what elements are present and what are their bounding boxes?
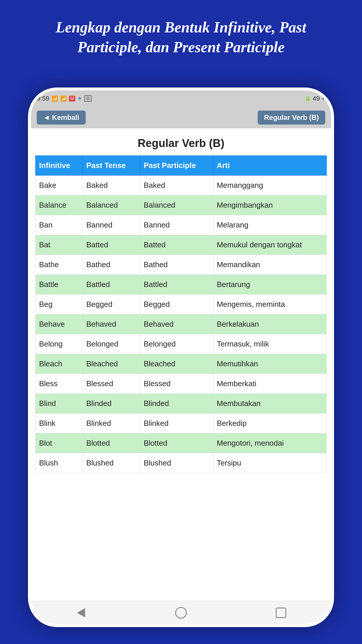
table-cell: Mengimbangkan [213, 195, 326, 215]
table-cell: Begged [82, 295, 140, 314]
table-cell: Bleached [82, 354, 140, 374]
header-section: Lengkap dengan Bentuk Infinitive, Past P… [0, 0, 362, 71]
table-cell: Blotted [82, 433, 140, 453]
table-cell: Blessed [140, 374, 213, 394]
col-header-past-tense: Past Tense [82, 156, 140, 176]
table-cell: Behaved [82, 314, 140, 334]
table-cell: Bertarung [213, 275, 326, 295]
table-cell: Baked [140, 176, 213, 195]
table-cell: Battled [140, 275, 213, 295]
table-cell: Blotted [140, 433, 213, 453]
table-cell: Behave [36, 314, 83, 334]
table-cell: Berkedip [213, 414, 326, 433]
table-cell: Memberkati [213, 374, 326, 394]
table-cell: Behaved [140, 314, 213, 334]
table-cell: Balanced [82, 195, 140, 215]
table-cell: Blink [36, 414, 83, 433]
table-cell: Banned [82, 215, 140, 235]
table-row: BatheBathedBathedMemandikan [36, 255, 327, 275]
nav-back-button[interactable] [74, 606, 88, 620]
signal-icon1: 📶 [52, 95, 58, 102]
table-cell: Balance [36, 195, 83, 215]
table-cell: Memanggang [213, 176, 326, 195]
table-cell: Banned [140, 215, 213, 235]
col-header-past-participle: Past Participle [140, 156, 213, 176]
table-cell: Membutakan [213, 394, 326, 414]
table-cell: Bleached [140, 354, 213, 374]
table-cell: Bat [36, 235, 83, 255]
table-cell: Melarang [213, 215, 326, 235]
table-cell: Belong [36, 334, 83, 354]
nav-recent-button[interactable] [274, 606, 288, 620]
table-cell: Balanced [140, 195, 213, 215]
table-row: BelongBelongedBelongedTermasuk, milik [36, 334, 327, 354]
app-icon2: ✦ [78, 95, 82, 102]
table-header-row: Infinitive Past Tense Past Participle Ar… [36, 156, 327, 176]
phone-frame: 9:59 📶 📶 U ✦ ☰ 🔋 49 + ◄ Kembali Regular … [28, 88, 334, 627]
table-cell: Bathe [36, 255, 83, 275]
table-cell: Batted [82, 235, 140, 255]
table-row: BegBeggedBeggedMengemis, meminta [36, 295, 327, 314]
table-cell: Memutihkan [213, 354, 326, 374]
table-cell: Blot [36, 433, 83, 453]
table-cell: Blessed [82, 374, 140, 394]
table-row: BalanceBalancedBalancedMengimbangkan [36, 195, 327, 215]
nav-home-button[interactable] [174, 606, 188, 620]
table-cell: Blinded [140, 394, 213, 414]
battery-icon: 🔋 [305, 95, 311, 102]
table-cell: Blinked [82, 414, 140, 433]
bottom-nav [31, 601, 331, 624]
battery-percent: + [321, 95, 325, 102]
recent-square-icon [276, 608, 286, 618]
status-left: 9:59 📶 📶 U ✦ ☰ [37, 95, 92, 102]
status-right: 🔋 49 + [305, 95, 325, 102]
back-button[interactable]: ◄ Kembali [37, 111, 86, 125]
page-title: Regular Verb (B) [31, 128, 331, 155]
table-cell: Mengemis, meminta [213, 295, 326, 314]
table-row: BlindBlindedBlindedMembutakan [36, 394, 327, 414]
col-header-arti: Arti [213, 156, 326, 176]
table-cell: Ban [36, 215, 83, 235]
table-row: BatBattedBattedMemukul dengan tongkat [36, 235, 327, 255]
table-cell: Battle [36, 275, 83, 295]
table-cell: Blinded [82, 394, 140, 414]
table-cell: Baked [82, 176, 140, 195]
table-cell: Belonged [140, 334, 213, 354]
table-cell: Bake [36, 176, 83, 195]
table-row: BattleBattledBattledBertarung [36, 275, 327, 295]
table-cell: Memukul dengan tongkat [213, 235, 326, 255]
table-cell: Termasuk, milik [213, 334, 326, 354]
table-row: BlushBlushedBlushedTersipu [36, 453, 327, 473]
table-row: BlessBlessedBlessedMemberkati [36, 374, 327, 394]
table-cell: Bleach [36, 354, 83, 374]
table-cell: Blush [36, 453, 83, 473]
table-row: BlinkBlinkedBlinkedBerkedip [36, 414, 327, 433]
app-icon3: ☰ [84, 95, 92, 102]
table-row: BakeBakedBakedMemanggang [36, 176, 327, 195]
table-cell: Memandikan [213, 255, 326, 275]
header-title: Lengkap dengan Bentuk Infinitive, Past P… [0, 0, 362, 71]
table-cell: Mengotori, menodai [213, 433, 326, 453]
status-time: 9:59 [37, 95, 49, 102]
table-cell: Blind [36, 394, 83, 414]
table-cell: Beg [36, 295, 83, 314]
table-row: BehaveBehavedBehavedBerkelakuan [36, 314, 327, 334]
table-cell: Bathed [82, 255, 140, 275]
table-cell: Blushed [140, 453, 213, 473]
battery-level: 49 [313, 95, 320, 102]
app-icon1: U [69, 96, 75, 102]
nav-title-button: Regular Verb (B) [258, 111, 325, 125]
table-cell: Battled [82, 275, 140, 295]
signal-icon2: 📶 [60, 95, 67, 102]
table-cell: Belonged [82, 334, 140, 354]
table-cell: Blinked [140, 414, 213, 433]
nav-bar: ◄ Kembali Regular Verb (B) [31, 106, 331, 128]
table-container[interactable]: Infinitive Past Tense Past Participle Ar… [31, 155, 331, 601]
table-cell: Blushed [82, 453, 140, 473]
col-header-infinitive: Infinitive [36, 156, 83, 176]
table-cell: Bathed [140, 255, 213, 275]
table-cell: Bless [36, 374, 83, 394]
status-bar: 9:59 📶 📶 U ✦ ☰ 🔋 49 + [31, 90, 331, 106]
table-cell: Batted [140, 235, 213, 255]
table-cell: Berkelakuan [213, 314, 326, 334]
